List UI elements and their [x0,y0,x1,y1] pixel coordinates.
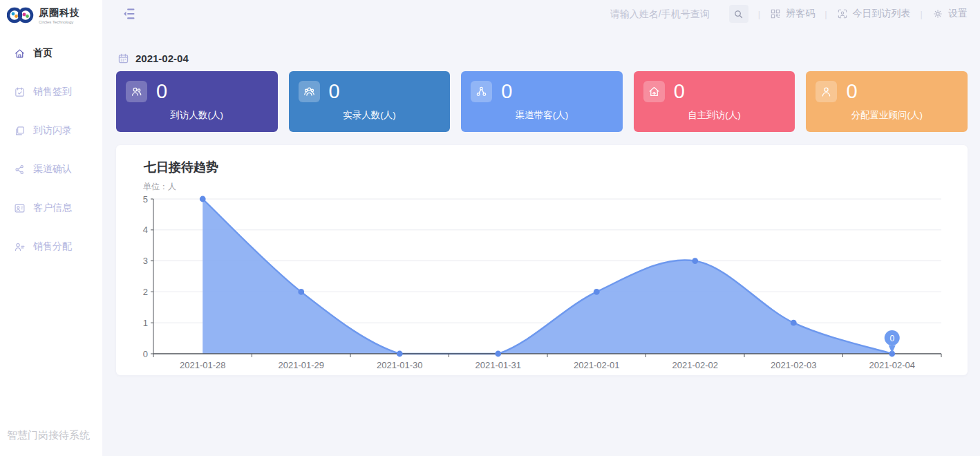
sidebar: 原圈科技 Circles Technology 首页销售签到到访闪录渠道确认客户… [0,0,102,456]
stat-card-value: 0 [329,80,340,103]
header-action-qr-code[interactable]: 辨客码 [770,8,815,20]
search-button[interactable] [729,5,748,23]
header-action-list: |辨客码|今日到访列表|设置 [748,8,968,20]
y-axis-tick-label: 1 [143,318,148,328]
x-axis-tick-label: 2021-02-04 [869,360,916,370]
header-action-label: 今日到访列表 [853,8,911,20]
header-action-label: 设置 [948,8,968,20]
stat-card: 0 自主到访(人) [634,71,795,132]
consultant-icon [816,81,837,102]
stat-card-label: 实录人数(人) [289,109,451,122]
calendar-check-icon [14,86,26,98]
brand-logo: 原圈科技 Circles Technology [0,0,102,24]
sidebar-item-5[interactable]: 客户信息 [0,198,102,218]
sidebar-item-label: 销售分配 [33,240,72,253]
y-axis-tick-label: 3 [143,256,148,266]
stat-card-value: 0 [846,80,857,103]
data-point-dot [791,320,797,326]
sidebar-menu: 首页销售签到到访闪录渠道确认客户信息销售分配 [0,44,102,256]
y-axis-tick-label: 0 [143,349,148,359]
sidebar-item-4[interactable]: 渠道确认 [0,160,102,179]
trend-panel: 七日接待趋势 单位：人 0123452021-01-282021-01-2920… [116,145,968,375]
y-axis-tick-label: 2 [143,287,148,297]
endpoint-pin-label: 0 [889,334,894,343]
brand-subtitle: Circles Technology [39,20,80,24]
main-area: |辨客码|今日到访列表|设置 2021-02-04 0 到访人数(人) 0 实录… [102,0,980,456]
visitor-list-icon [837,8,848,19]
group-icon [299,81,320,102]
data-point-dot [397,351,403,357]
stat-card: 0 实录人数(人) [289,71,451,132]
topbar-actions: |辨客码|今日到访列表|设置 [610,5,968,23]
x-axis-tick-label: 2021-02-02 [672,360,719,370]
brand-name: 原圈科技 [39,7,80,19]
stat-card-value: 0 [674,80,685,103]
sidebar-item-label: 首页 [33,47,53,59]
trend-area [202,199,892,354]
x-axis-tick-label: 2021-01-29 [279,360,325,370]
brand-logo-icon [7,6,35,24]
stat-card-value: 0 [501,80,512,103]
topbar: |辨客码|今日到访列表|设置 [116,0,968,28]
header-divider: | [921,9,923,19]
sidebar-item-label: 客户信息 [33,202,72,214]
data-point-dot [495,351,501,357]
stat-card-label: 渠道带客(人) [461,109,623,122]
stat-card-label: 分配置业顾问(人) [806,109,968,122]
seven-day-trend-chart: 0123452021-01-282021-01-292021-01-302021… [116,190,968,370]
header-action-label: 辨客码 [786,8,815,20]
x-axis-tick-label: 2021-02-01 [574,360,620,370]
visitors-icon [126,81,147,102]
date-row: 2021-02-04 [117,53,968,64]
sidebar-item-label: 渠道确认 [33,163,72,175]
qr-code-icon [770,8,781,19]
current-date: 2021-02-04 [135,53,189,64]
stat-card-label: 自主到访(人) [634,109,795,122]
chart-title: 七日接待趋势 [144,159,968,175]
customer-card-icon [14,202,26,214]
share-nodes-icon [14,164,26,175]
x-axis-tick-label: 2021-01-28 [180,360,226,370]
sidebar-item-label: 销售签到 [33,86,72,98]
gear-icon [932,8,943,19]
y-axis-tick-label: 5 [143,194,148,205]
x-axis-tick-label: 2021-02-03 [771,360,817,370]
stat-card: 0 渠道带客(人) [461,71,623,132]
x-axis-tick-label: 2021-01-30 [377,360,423,370]
calendar-icon [117,53,129,64]
header-action-gear[interactable]: 设置 [932,8,968,20]
header-divider: | [758,9,760,19]
user-assign-icon [14,241,26,253]
data-point-dot [298,289,304,295]
stat-card: 0 分配置业顾问(人) [806,71,968,132]
header-action-visitor-list[interactable]: 今日到访列表 [837,8,911,20]
sidebar-item-label: 到访闪录 [33,124,72,137]
house-visit-icon [643,81,665,102]
header-divider: | [824,9,827,19]
stat-card-label: 到访人数(人) [116,109,278,122]
data-point-dot [692,258,698,264]
home-icon [14,48,26,59]
x-axis-tick-label: 2021-01-31 [475,360,522,370]
stat-card-value: 0 [156,80,167,103]
data-point-dot [594,289,600,295]
stat-card: 0 到访人数(人) [116,71,278,132]
documents-icon [14,125,26,137]
sidebar-item-1[interactable]: 首页 [0,44,102,63]
sidebar-item-6[interactable]: 销售分配 [0,237,102,256]
search-input[interactable] [610,8,728,19]
sidebar-item-3[interactable]: 到访闪录 [0,121,102,140]
channel-icon [471,81,492,102]
data-point-dot [200,196,206,202]
collapse-sidebar-icon[interactable] [122,6,137,21]
sidebar-item-2[interactable]: 销售签到 [0,82,102,102]
y-axis-tick-label: 4 [143,225,148,235]
search-icon [733,9,744,19]
stat-card-row: 0 到访人数(人) 0 实录人数(人) 0 渠道带客(人) 0 自主到访(人) … [116,71,968,132]
system-title: 智慧门岗接待系统 [7,429,90,442]
